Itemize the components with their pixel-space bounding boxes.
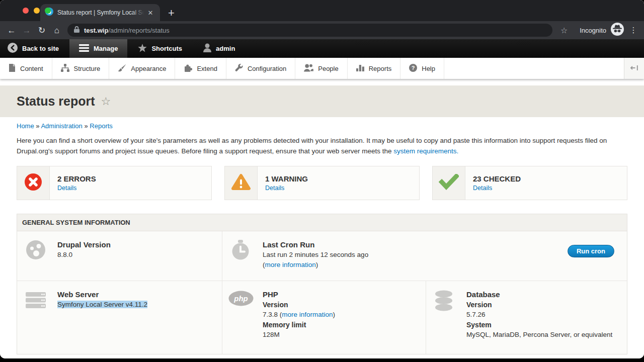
menu-item-structure[interactable]: Structure	[52, 58, 109, 79]
page-title: Status report	[17, 94, 95, 109]
system-requirements-link[interactable]: system requirements.	[393, 147, 458, 155]
database-title: Database	[466, 290, 617, 300]
wrench-icon	[235, 64, 243, 73]
forward-icon[interactable]: →	[19, 26, 34, 35]
maximize-window-button[interactable]	[45, 8, 51, 14]
database-system-label: System	[466, 320, 617, 330]
warnings-card: 1 WARNING Details	[224, 166, 420, 200]
svg-text:php: php	[233, 294, 248, 303]
php-cell: php PHP Version 7.3.8 (more information)…	[222, 281, 426, 354]
checkmark-icon	[439, 174, 459, 192]
errors-details-link[interactable]: Details	[57, 185, 96, 192]
shortcut-star-icon[interactable]: ☆	[101, 95, 111, 108]
user-icon	[203, 43, 211, 54]
breadcrumb-separator: »	[36, 122, 39, 130]
browser-toolbar: ← → ↻ ⌂ test.wip/admin/reports/status ☆ …	[0, 21, 644, 39]
general-system-information-panel: GENERAL SYSTEM INFORMATION Drupal Versio…	[17, 214, 627, 354]
page-body: Status report ☆ Home » Administration » …	[0, 79, 644, 358]
database-version-value: 5.7.26	[466, 310, 617, 320]
php-title: PHP	[263, 290, 416, 300]
svg-text:?: ?	[412, 65, 415, 71]
php-logo-icon: php	[228, 291, 254, 308]
web-server-cell: Web Server Symfony Local Server v4.11.2	[17, 281, 222, 354]
document-icon	[9, 64, 16, 73]
url-domain: test.wip	[84, 27, 108, 34]
bar-chart-icon	[356, 64, 364, 73]
browser-tab-strip: Status report | Symfony Local Se ✕ +	[0, 0, 644, 21]
last-cron-run-cell: Last Cron Run Last run 2 minutes 12 seco…	[222, 231, 627, 281]
reload-icon[interactable]: ↻	[34, 26, 49, 35]
breadcrumb-reports-link[interactable]: Reports	[90, 122, 113, 130]
shortcuts-label: Shortcuts	[151, 45, 182, 52]
drupal-version-cell: Drupal Version 8.8.0	[17, 231, 222, 281]
puzzle-icon	[184, 64, 192, 73]
window-controls	[23, 8, 51, 14]
close-tab-icon[interactable]: ✕	[146, 9, 155, 17]
drupal-version-value: 8.8.0	[57, 250, 212, 260]
sitemap-icon	[61, 64, 69, 73]
checked-card: 23 CHECKED Details	[432, 166, 627, 200]
description-text: Here you can find a short overview of yo…	[17, 137, 607, 155]
php-more-information-link[interactable]: more information	[282, 311, 333, 318]
php-memory-label: Memory limit	[263, 320, 416, 330]
menubar-spacer	[444, 58, 624, 79]
web-server-title: Web Server	[57, 290, 212, 300]
close-window-button[interactable]	[23, 8, 29, 14]
minimize-window-button[interactable]	[34, 8, 40, 14]
question-icon: ?	[409, 64, 417, 73]
warnings-details-link[interactable]: Details	[265, 185, 308, 192]
database-icon	[435, 290, 453, 313]
address-bar[interactable]: test.wip/admin/reports/status	[67, 24, 552, 37]
star-icon	[138, 44, 147, 54]
manage-label: Manage	[94, 45, 118, 52]
drupal-logo-icon	[26, 240, 46, 262]
database-version-label: Version	[466, 300, 617, 310]
menu-item-configuration[interactable]: Configuration	[226, 58, 295, 79]
cron-title: Last Cron Run	[263, 240, 617, 250]
menu-item-people[interactable]: People	[295, 58, 347, 79]
bookmark-star-icon[interactable]: ☆	[557, 26, 571, 35]
browser-tab-active[interactable]: Status report | Symfony Local Se ✕	[40, 4, 160, 21]
paintbrush-icon	[118, 64, 126, 73]
errors-card: 2 ERRORS Details	[17, 166, 212, 200]
manage-tab[interactable]: Manage	[69, 39, 127, 58]
page-content: Home » Administration » Reports Here you…	[0, 122, 644, 354]
collapse-arrow-icon	[630, 64, 638, 73]
lock-icon	[74, 26, 79, 34]
checkmark-icon-cell	[433, 166, 465, 200]
error-icon-cell	[17, 166, 50, 200]
warnings-count: 1 WARNING	[265, 174, 308, 183]
back-to-site-button[interactable]: Back to site	[0, 39, 66, 58]
menu-item-extend[interactable]: Extend	[175, 58, 225, 79]
database-system-value: MySQL, MariaDB, Percona Server, or equiv…	[466, 330, 617, 340]
run-cron-button[interactable]: Run cron	[568, 245, 614, 257]
breadcrumb-administration-link[interactable]: Administration	[41, 122, 82, 130]
drupal-admin-toolbar: Back to site Manage Shortcuts admin	[0, 39, 644, 58]
url-text: test.wip/admin/reports/status	[84, 27, 170, 34]
toolbar-collapse-button[interactable]	[624, 58, 644, 79]
hamburger-icon	[79, 44, 89, 53]
checked-count: 23 CHECKED	[473, 174, 521, 183]
warning-icon	[231, 173, 251, 193]
shortcuts-tab[interactable]: Shortcuts	[130, 39, 190, 58]
breadcrumb-home-link[interactable]: Home	[17, 122, 34, 130]
incognito-icon	[611, 23, 624, 38]
breadcrumb: Home » Administration » Reports	[17, 122, 627, 130]
php-version-label: Version	[263, 300, 416, 310]
menu-item-appearance[interactable]: Appearance	[109, 58, 175, 79]
browser-menu-icon[interactable]: ⋮	[627, 26, 640, 35]
menu-item-content[interactable]: Content	[0, 58, 52, 79]
menu-item-reports[interactable]: Reports	[347, 58, 400, 79]
cron-last-run-text: Last run 2 minutes 12 seconds ago	[263, 250, 617, 260]
checked-details-link[interactable]: Details	[473, 185, 521, 192]
new-tab-button[interactable]: +	[168, 8, 175, 19]
home-icon[interactable]: ⌂	[49, 26, 64, 35]
incognito-label: Incognito	[580, 27, 606, 34]
admin-user-tab[interactable]: admin	[196, 39, 243, 58]
back-to-site-label: Back to site	[22, 45, 59, 52]
people-icon	[304, 64, 313, 73]
drupal-version-title: Drupal Version	[57, 240, 212, 250]
back-icon[interactable]: ←	[4, 26, 19, 35]
menu-item-help[interactable]: ? Help	[400, 58, 444, 79]
cron-more-information-link[interactable]: more information	[265, 261, 316, 268]
